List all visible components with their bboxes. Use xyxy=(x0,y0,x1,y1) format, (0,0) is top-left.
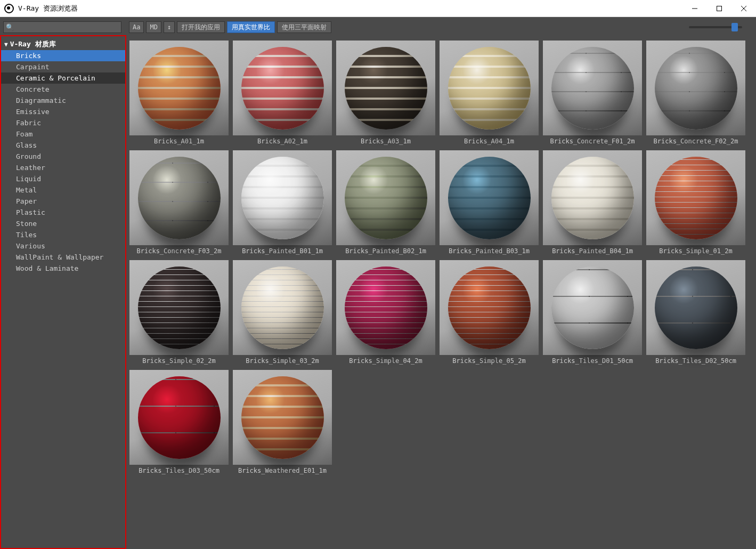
material-item[interactable]: Bricks_A03_1m xyxy=(336,41,435,146)
svg-rect-1 xyxy=(717,6,722,11)
toolbar: 🔍 Aa MD ↕ 打开我的应用 用真实世界比 使用三平面映射 xyxy=(0,19,756,35)
sidebar-item-paper[interactable]: Paper xyxy=(1,196,125,207)
material-sphere xyxy=(345,157,427,239)
window-title: V-Ray 资源浏览器 xyxy=(18,4,78,13)
material-preview xyxy=(646,41,745,135)
material-preview xyxy=(233,260,332,355)
material-preview xyxy=(129,370,229,465)
material-item[interactable]: Bricks_Concrete_F02_2m xyxy=(646,41,745,146)
sidebar-item-bricks[interactable]: Bricks xyxy=(1,50,125,61)
sidebar-item-metal[interactable]: Metal xyxy=(1,184,125,196)
sidebar-item-leather[interactable]: Leather xyxy=(1,162,125,173)
material-label: Bricks_A01_1m xyxy=(129,135,229,146)
material-item[interactable]: Bricks_A01_1m xyxy=(129,41,229,146)
material-sphere xyxy=(551,47,634,130)
aa-button[interactable]: Aa xyxy=(129,21,144,33)
close-button[interactable] xyxy=(731,0,756,17)
material-item[interactable]: Bricks_Painted_B03_1m xyxy=(440,150,539,256)
sidebar-item-glass[interactable]: Glass xyxy=(1,140,125,151)
material-label: Bricks_Simple_04_2m xyxy=(336,355,435,366)
sidebar-item-fabric[interactable]: Fabric xyxy=(1,117,125,128)
material-sphere xyxy=(448,157,531,239)
material-label: Bricks_Concrete_F03_2m xyxy=(129,245,229,256)
thumbnail-size-slider[interactable] xyxy=(689,26,753,28)
material-label: Bricks_Tiles_D03_50cm xyxy=(129,465,229,475)
material-label: Bricks_Painted_B04_1m xyxy=(543,245,642,256)
titlebar: V-Ray 资源浏览器 xyxy=(0,0,756,17)
material-label: Bricks_Simple_05_2m xyxy=(440,355,539,366)
material-sphere xyxy=(345,267,427,349)
material-item[interactable]: Bricks_Concrete_F01_2m xyxy=(543,41,642,146)
real-world-scale-button[interactable]: 用真实世界比 xyxy=(227,21,275,33)
category-sidebar: ▼ V-Ray 材质库 BricksCarpaintCeramic & Porc… xyxy=(0,35,126,549)
tree-root-label: V-Ray 材质库 xyxy=(10,39,56,49)
material-label: Bricks_A02_1m xyxy=(233,135,332,146)
material-preview xyxy=(440,150,539,245)
material-preview xyxy=(543,41,642,135)
material-item[interactable]: Bricks_Tiles_D02_50cm xyxy=(646,260,745,366)
material-item[interactable]: Bricks_Tiles_D03_50cm xyxy=(129,370,229,475)
sidebar-item-stone[interactable]: Stone xyxy=(1,218,125,229)
open-apps-button[interactable]: 打开我的应用 xyxy=(177,21,225,33)
sidebar-item-liquid[interactable]: Liquid xyxy=(1,173,125,184)
material-item[interactable]: Bricks_Tiles_D01_50cm xyxy=(543,260,642,366)
sidebar-item-ground[interactable]: Ground xyxy=(1,151,125,162)
sidebar-item-tiles[interactable]: Tiles xyxy=(1,229,125,240)
material-label: Bricks_A04_1m xyxy=(440,135,539,146)
material-preview xyxy=(233,150,332,245)
sidebar-item-emissive[interactable]: Emissive xyxy=(1,106,125,117)
material-item[interactable]: Bricks_Simple_05_2m xyxy=(440,260,539,366)
sort-button[interactable]: ↕ xyxy=(164,21,175,33)
material-label: Bricks_A03_1m xyxy=(336,135,435,146)
material-item[interactable]: Bricks_A02_1m xyxy=(233,41,332,146)
material-item[interactable]: Bricks_Weathered_E01_1m xyxy=(233,370,332,475)
material-preview xyxy=(646,150,745,245)
material-item[interactable]: Bricks_Concrete_F03_2m xyxy=(129,150,229,256)
material-item[interactable]: Bricks_Simple_01_2m xyxy=(646,150,745,256)
material-preview xyxy=(336,150,435,245)
material-label: Bricks_Weathered_E01_1m xyxy=(233,465,332,475)
material-preview xyxy=(233,370,332,465)
material-label: Bricks_Painted_B01_1m xyxy=(233,245,332,256)
search-input[interactable]: 🔍 xyxy=(3,21,121,33)
sidebar-item-concrete[interactable]: Concrete xyxy=(1,84,125,95)
sidebar-item-ceramic-porcelain[interactable]: Ceramic & Porcelain xyxy=(1,72,125,84)
material-preview xyxy=(440,41,539,135)
sidebar-item-diagrammatic[interactable]: Diagrammatic xyxy=(1,95,125,106)
material-sphere xyxy=(138,47,221,130)
tree-root[interactable]: ▼ V-Ray 材质库 xyxy=(1,38,125,50)
material-sphere xyxy=(241,267,324,349)
sidebar-item-wood-laminate[interactable]: Wood & Laminate xyxy=(1,263,125,274)
material-preview xyxy=(233,41,332,135)
material-sphere xyxy=(655,47,737,130)
material-item[interactable]: Bricks_Painted_B01_1m xyxy=(233,150,332,256)
material-label: Bricks_Simple_02_2m xyxy=(129,355,229,366)
material-item[interactable]: Bricks_Simple_04_2m xyxy=(336,260,435,366)
material-sphere xyxy=(655,267,737,349)
sidebar-item-wallpaint-wallpaper[interactable]: WallPaint & Wallpaper xyxy=(1,252,125,263)
minimize-button[interactable] xyxy=(682,0,707,17)
material-item[interactable]: Bricks_Painted_B04_1m xyxy=(543,150,642,256)
material-label: Bricks_Simple_01_2m xyxy=(646,245,745,256)
material-sphere xyxy=(138,376,221,459)
material-preview xyxy=(129,150,229,245)
material-item[interactable]: Bricks_A04_1m xyxy=(440,41,539,146)
maximize-button[interactable] xyxy=(707,0,731,17)
material-item[interactable]: Bricks_Painted_B02_1m xyxy=(336,150,435,256)
material-label: Bricks_Simple_03_2m xyxy=(233,355,332,366)
sidebar-item-plastic[interactable]: Plastic xyxy=(1,207,125,218)
sidebar-item-foam[interactable]: Foam xyxy=(1,128,125,140)
material-label: Bricks_Tiles_D02_50cm xyxy=(646,355,745,366)
sidebar-item-carpaint[interactable]: Carpaint xyxy=(1,61,125,72)
sidebar-item-various[interactable]: Various xyxy=(1,240,125,252)
triplanar-button[interactable]: 使用三平面映射 xyxy=(277,21,331,33)
material-item[interactable]: Bricks_Simple_03_2m xyxy=(233,260,332,366)
material-label: Bricks_Concrete_F01_2m xyxy=(543,135,642,146)
md-button[interactable]: MD xyxy=(146,21,161,33)
material-grid[interactable]: Bricks_A01_1mBricks_A02_1mBricks_A03_1mB… xyxy=(126,35,756,549)
search-icon: 🔍 xyxy=(6,23,14,31)
material-sphere xyxy=(448,267,531,349)
material-preview xyxy=(440,260,539,355)
material-sphere xyxy=(345,47,427,130)
material-item[interactable]: Bricks_Simple_02_2m xyxy=(129,260,229,366)
